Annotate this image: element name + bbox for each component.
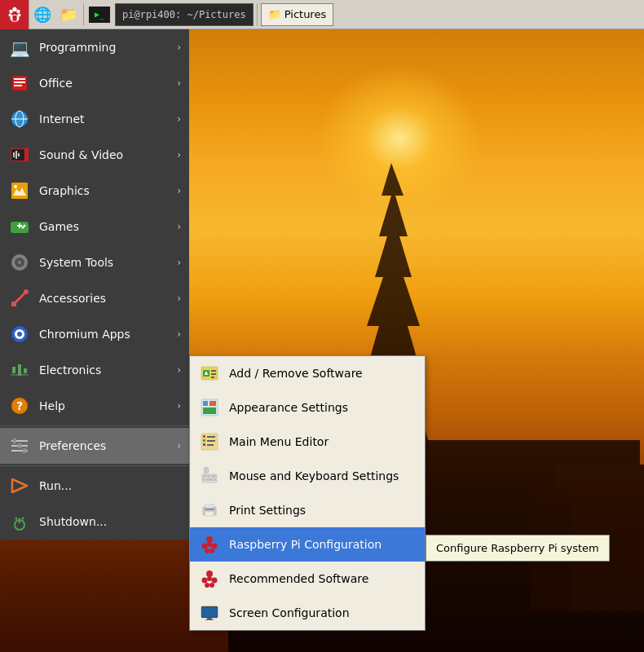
appearance-icon [198,396,221,419]
svg-rect-44 [12,367,15,373]
menu-item-electronics[interactable]: Electronics › [0,352,189,388]
arrow-help: › [177,400,181,412]
svg-point-60 [22,518,24,520]
svg-rect-82 [207,475,210,478]
svg-rect-46 [24,368,27,373]
rpi-menu-button[interactable] [0,0,29,29]
internet-icon [8,108,31,130]
menu-label-games: Games [39,220,169,233]
svg-rect-71 [210,401,216,406]
taskbar-terminal-dark[interactable]: ▶_ [86,0,113,29]
main-menu: 💻 Programming › Office › Internet › Soun… [0,29,189,540]
menu-label-preferences: Preferences [39,439,169,452]
menu-item-graphics[interactable]: Graphics › [0,173,189,209]
arrow-chromium-apps: › [177,328,181,340]
svg-rect-86 [214,478,216,481]
menu-label-programming: Programming [39,41,169,54]
svg-rect-74 [203,435,205,438]
menu-item-games[interactable]: Games › [0,209,189,244]
terminal-path-label: pi@rpi400: ~/Pictures [122,9,246,20]
svg-point-96 [205,548,210,553]
svg-point-9 [16,9,20,12]
menu-item-chromium-apps[interactable]: Chromium Apps › [0,316,189,352]
svg-rect-28 [11,183,28,199]
taskbar-pictures-folder[interactable]: 📁 Pictures [261,3,333,26]
svg-rect-92 [205,512,214,516]
chromium-apps-icon [8,323,31,346]
menu-item-help[interactable]: ? Help › [0,388,189,424]
svg-rect-67 [211,373,216,375]
svg-rect-39 [11,302,16,306]
taskbar-browser[interactable]: 🌐 [29,0,55,29]
submenu-recommended[interactable]: Recommended Software [190,562,425,596]
screen-config-icon [198,601,221,624]
svg-point-93 [206,536,213,543]
arrow-games: › [177,221,181,232]
taskbar: 🌐 📁 ▶_ pi@rpi400: ~/Pictures 📁 Pictures [0,0,644,29]
accessories-icon [8,287,31,310]
submenu-appearance[interactable]: Appearance Settings [190,390,425,425]
menu-divider-1 [0,425,189,426]
menu-item-office[interactable]: Office › [0,65,189,101]
svg-rect-107 [207,618,212,619]
svg-point-43 [17,332,22,337]
svg-rect-81 [203,475,206,478]
svg-point-40 [24,289,29,294]
submenu-label-main-menu-editor: Main Menu Editor [229,435,417,448]
preferences-submenu: Add / Remove Software Appearance Setting… [189,355,426,631]
submenu-screen-config[interactable]: Screen Configuration [190,596,425,630]
taskbar-folder[interactable]: 📁 [55,0,82,29]
preferences-icon [8,434,31,457]
submenu-print-settings[interactable]: Print Settings [190,493,425,527]
menu-label-office: Office [39,77,169,90]
submenu-label-screen-config: Screen Configuration [229,606,417,619]
submenu-rpi-config[interactable]: Raspberry Pi Configuration [190,527,425,562]
svg-point-100 [202,578,208,584]
svg-point-7 [12,7,16,11]
svg-rect-45 [18,364,21,376]
menu-item-system-tools[interactable]: System Tools › [0,244,189,280]
svg-point-98 [207,542,212,547]
menu-label-shutdown: Shutdown... [39,515,181,528]
arrow-internet: › [177,113,181,125]
svg-rect-83 [211,475,216,478]
add-remove-icon [198,362,221,385]
mouse-keyboard-icon [198,465,221,487]
svg-rect-91 [205,504,214,508]
folder-icon: 📁 [59,5,78,24]
arrow-preferences: › [177,440,181,452]
run-icon [8,474,31,497]
menu-item-sound-video[interactable]: Sound & Video › [0,137,189,173]
svg-rect-54 [18,443,21,448]
svg-point-37 [18,261,21,264]
arrow-graphics: › [177,185,181,196]
menu-item-internet[interactable]: Internet › [0,101,189,137]
taskbar-terminal-path[interactable]: pi@rpi400: ~/Pictures [115,3,254,26]
shutdown-icon [8,510,31,533]
menu-label-system-tools: System Tools [39,256,169,269]
svg-rect-55 [23,448,26,453]
main-menu-editor-icon [198,430,221,453]
submenu-mouse-keyboard[interactable]: Mouse and Keyboard Settings [190,459,425,493]
menu-item-run[interactable]: Run... [0,468,189,504]
submenu-label-print-settings: Print Settings [229,504,417,517]
submenu-main-menu-editor[interactable]: Main Menu Editor [190,425,425,459]
submenu-add-remove[interactable]: Add / Remove Software [190,356,425,390]
office-icon [8,72,31,95]
menu-item-programming[interactable]: 💻 Programming › [0,29,189,65]
menu-label-internet: Internet [39,112,169,126]
svg-point-34 [22,227,24,229]
menu-item-preferences[interactable]: Preferences › [0,428,189,464]
terminal-dark-icon: ▶_ [89,7,110,23]
electronics-icon [8,359,31,381]
svg-text:💻: 💻 [10,38,29,57]
menu-label-run: Run... [39,479,181,492]
tooltip-rpi-config: Configure Raspberry Pi system [426,535,610,562]
submenu-label-add-remove: Add / Remove Software [229,367,417,380]
svg-rect-72 [203,408,216,414]
help-icon: ? [8,394,31,417]
menu-item-shutdown[interactable]: Shutdown... [0,504,189,540]
svg-rect-53 [13,438,16,443]
arrow-programming: › [177,42,181,53]
menu-item-accessories[interactable]: Accessories › [0,280,189,316]
